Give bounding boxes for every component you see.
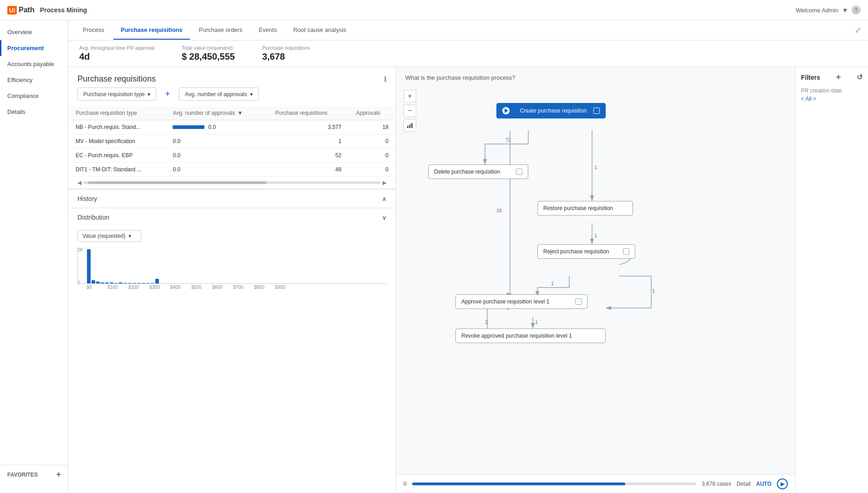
content-area: Process Purchase requisitions Purchase o… <box>68 21 868 493</box>
svg-text:1: 1 <box>535 319 538 325</box>
node-approve1-label: Approve purchase requisition level 1 <box>461 298 549 305</box>
chart-bar <box>137 283 141 283</box>
app-title: Process Mining <box>40 6 87 14</box>
table-row[interactable]: MV - Model specification 0.0 1 0 <box>68 134 396 149</box>
node-restore[interactable]: Restore purchase requisition <box>537 201 633 216</box>
table-row[interactable]: NB - Purch.requis. Stand... 0.0 3,577 18 <box>68 120 396 134</box>
node-delete-label: Delete purchase requisition <box>434 169 500 175</box>
x-label: $800 <box>254 285 274 290</box>
node-delete[interactable]: Delete purchase requisition <box>428 164 528 179</box>
cell-approvals: 0 <box>349 134 396 149</box>
process-edges-svg: 72 1 16 1 1 <box>396 85 795 493</box>
svg-text:1: 1 <box>652 288 655 293</box>
col-header-avg[interactable]: Avg. number of approvals ▼ <box>165 106 268 120</box>
sidebar-item-details[interactable]: Details <box>0 104 68 120</box>
scroll-track[interactable] <box>83 181 381 184</box>
x-label: $0 <box>87 285 107 290</box>
filter-pr-type-button[interactable]: Purchase requisition type ▾ <box>77 87 156 101</box>
distribution-section[interactable]: Distribution ∨ <box>68 208 396 226</box>
tab-events[interactable]: Events <box>251 21 284 40</box>
process-map-title: What is the purchase requisition process… <box>396 67 795 85</box>
horizontal-scrollbar[interactable]: ◀ ▶ <box>68 177 396 189</box>
kpi-total-value-value: $ 28,450,555 <box>182 51 235 62</box>
x-label: $700 <box>233 285 253 290</box>
info-icon[interactable]: ℹ <box>384 75 387 83</box>
filter-avg-approvals-label: Avg. number of approvals <box>185 91 247 98</box>
section-header: Purchase requisitions ℹ <box>68 67 396 87</box>
svg-text:1: 1 <box>551 281 554 286</box>
chart-bar <box>114 283 118 283</box>
sidebar: Overview Procurement Accounts payable Ef… <box>0 21 68 493</box>
table-row[interactable]: EC - Purch.requis. EBP 0.0 52 0 <box>68 149 396 163</box>
svg-text:16: 16 <box>496 208 502 213</box>
distribution-dropdown[interactable]: Value (requested) ▾ <box>77 230 141 242</box>
x-label: $100 <box>107 285 128 290</box>
sidebar-item-accounts-payable[interactable]: Accounts payable <box>0 56 68 72</box>
node-create-label: Create purchase requisition <box>520 108 587 114</box>
filters-title: Filters <box>801 74 820 81</box>
scroll-right-icon[interactable]: ▶ <box>383 180 387 186</box>
logo-bracket-icon: Ui <box>7 6 17 15</box>
tab-process[interactable]: Process <box>76 21 112 40</box>
history-collapse-icon: ∧ <box>382 195 387 202</box>
filter-avg-approvals-button[interactable]: Avg. number of approvals ▾ <box>179 87 259 101</box>
favorites-add-icon[interactable]: + <box>56 470 61 479</box>
distribution-dropdown-label: Value (requested) <box>82 233 126 239</box>
tabs-bar: Process Purchase requisitions Purchase o… <box>68 21 868 41</box>
expand-icon[interactable]: ⤢ <box>855 26 861 35</box>
node-revoke1[interactable]: Revoke approved purchase requisition lev… <box>455 329 606 343</box>
kpi-throughput-value: 4d <box>79 51 154 62</box>
sidebar-item-compliance[interactable]: Compliance <box>0 88 68 104</box>
cell-approvals: 0 <box>349 149 396 163</box>
filter-row: Purchase requisition type ▾ + Avg. numbe… <box>68 87 396 106</box>
cell-type: NB - Purch.requis. Stand... <box>68 120 165 134</box>
col-header-pr[interactable]: Purchase requisitions <box>268 106 349 120</box>
col-header-approvals[interactable]: Approvals <box>349 106 396 120</box>
col-header-type[interactable]: Purchase requisition type <box>68 106 165 120</box>
detail-slider-track[interactable] <box>412 483 696 485</box>
cell-avg: 0.0 <box>165 163 268 177</box>
table-row[interactable]: DIT1 - TM-DIT: Standard ... 0.0 48 0 <box>68 163 396 177</box>
play-icon-create <box>502 107 510 114</box>
distribution-expand-icon: ∨ <box>382 214 387 221</box>
sort-arrow-icon: ▼ <box>237 110 243 116</box>
help-icon[interactable]: ? <box>852 5 861 15</box>
node-reject-checkbox[interactable] <box>623 248 629 255</box>
filters-add-icon[interactable]: + <box>836 72 841 82</box>
filters-header: Filters + ↺ <box>801 72 863 82</box>
node-revoke1-label: Revoke approved purchase requisition lev… <box>461 333 572 339</box>
history-label: History <box>77 195 97 202</box>
node-approve1[interactable]: Approve purchase requisition level 1 <box>455 294 587 309</box>
sidebar-item-procurement[interactable]: Procurement <box>0 40 68 56</box>
sidebar-item-overview[interactable]: Overview <box>0 24 68 40</box>
node-reject-label: Reject purchase requisition <box>543 248 609 255</box>
kpi-purchase-reqs: Purchase requisitions 3,678 <box>262 45 310 62</box>
x-axis-labels: $0$100$200$300$400$500$600$700$800$900 <box>77 285 387 290</box>
tab-purchase-orders[interactable]: Purchase orders <box>192 21 250 40</box>
x-label: $500 <box>191 285 211 290</box>
filter-add-button[interactable]: + <box>162 87 174 101</box>
kpi-total-value-label: Total value (requested) <box>182 45 235 51</box>
node-create-checkbox[interactable] <box>593 108 600 114</box>
tab-root-cause-analysis[interactable]: Root cause analysis <box>286 21 353 40</box>
chart-bar <box>128 283 132 283</box>
node-reject[interactable]: Reject purchase requisition <box>537 244 635 259</box>
node-create[interactable]: Create purchase requisition <box>496 103 606 118</box>
play-button[interactable]: ▶ <box>777 478 788 489</box>
header-right: Welcome Admin ▼ ? <box>796 5 861 15</box>
filters-refresh-icon[interactable]: ↺ <box>857 73 863 82</box>
pr-creation-date-value[interactable]: < All > <box>801 96 863 102</box>
sidebar-item-efficiency[interactable]: Efficiency <box>0 72 68 88</box>
history-section[interactable]: History ∧ <box>68 189 396 208</box>
chart-bar <box>155 279 159 283</box>
user-dropdown-icon[interactable]: ▼ <box>842 7 848 14</box>
tab-purchase-requisitions[interactable]: Purchase requisitions <box>113 21 190 40</box>
chart-bar <box>146 283 150 283</box>
cases-start-label: 0 <box>403 481 407 487</box>
node-approve1-checkbox[interactable] <box>575 298 582 305</box>
scroll-left-icon[interactable]: ◀ <box>77 180 82 186</box>
kpi-purchase-reqs-label: Purchase requisitions <box>262 45 310 51</box>
node-delete-checkbox[interactable] <box>516 169 522 175</box>
chart-bar <box>119 282 123 283</box>
scroll-thumb <box>88 181 266 184</box>
